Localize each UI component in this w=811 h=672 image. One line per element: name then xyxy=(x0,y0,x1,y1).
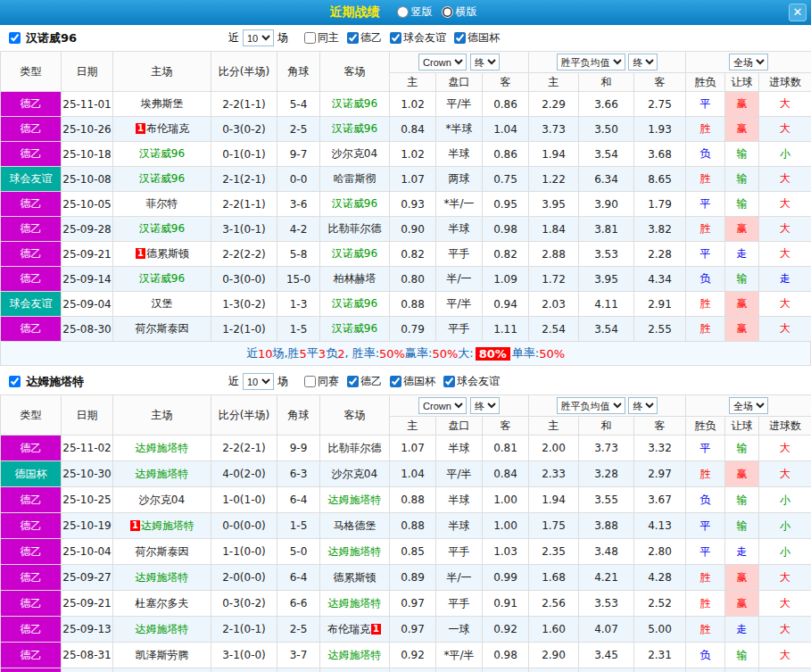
close-icon[interactable]: ✕ xyxy=(789,4,807,21)
filter-checkbox-label[interactable]: 球会友谊 xyxy=(443,374,500,389)
layout-radio-vertical[interactable]: 竖版 xyxy=(397,4,433,20)
home-team-cell: 杜塞尔多夫 xyxy=(113,591,211,617)
home-team-cell: 荷尔斯泰因 xyxy=(113,317,211,342)
filter-checkbox[interactable] xyxy=(443,376,455,387)
filter-checkbox[interactable] xyxy=(390,376,401,387)
filter-checkbox[interactable] xyxy=(347,32,359,44)
ah-line: 平手 xyxy=(436,591,483,617)
filter-checkbox-label[interactable]: 德国杯 xyxy=(454,30,500,46)
score-cell: 3-1(0-0) xyxy=(211,643,277,668)
filter-checkbox[interactable] xyxy=(390,32,401,44)
corner-cell: 6-4 xyxy=(277,487,320,513)
home-team-cell: 达姆施塔特 xyxy=(113,565,211,591)
corner-cell: 5-0 xyxy=(277,539,320,565)
team-name: 达姆施塔特 xyxy=(26,374,84,390)
scope-select[interactable]: 全场 xyxy=(729,397,768,414)
match-row: 德乙25-09-14汉诺威960-3(0-0)15-0柏林赫塔0.80半/一1.… xyxy=(1,267,811,292)
away-team-cell: 达姆施塔特 xyxy=(320,487,390,513)
ah-home-odds: 0.85 xyxy=(390,539,436,565)
avg-odds-select[interactable]: 胜平负均值 xyxy=(557,397,625,414)
away-team-cell: 马格德堡 xyxy=(320,513,390,539)
result-wdl: 胜 xyxy=(686,317,725,342)
match-row: 德乙25-10-191达姆施塔特0-0(0-0)1-5马格德堡0.88半球1.0… xyxy=(1,513,811,539)
layout-radio-horizontal[interactable]: 横版 xyxy=(442,4,477,20)
result-goals: 大 xyxy=(759,92,811,117)
corner-cell: 9-9 xyxy=(277,436,320,461)
bookmaker-select[interactable]: Crown xyxy=(418,54,467,71)
league-type-badge: 德乙 xyxy=(1,513,62,539)
eu-stage-select[interactable]: 终 xyxy=(628,54,658,71)
result-goals: 大 xyxy=(759,436,811,461)
team-checkbox-label[interactable]: 达姆施塔特 xyxy=(5,373,228,390)
avg-odds-select[interactable]: 胜平负均值 xyxy=(557,54,625,71)
filter-checkbox[interactable] xyxy=(304,376,316,387)
ah-away-odds: 1.09 xyxy=(483,267,529,292)
eu-home-odds: 2.90 xyxy=(529,643,579,668)
eu-away-odds: 8.65 xyxy=(634,167,686,192)
filter-checkbox[interactable] xyxy=(347,376,359,387)
team-checkbox[interactable] xyxy=(9,376,21,387)
home-team-cell: 达姆施塔特 xyxy=(113,617,211,643)
filter-label: 德国杯 xyxy=(468,30,500,46)
result-goals: 大 xyxy=(759,167,811,192)
scope-select[interactable]: 全场 xyxy=(729,54,768,71)
team-name: 布伦瑞克 xyxy=(327,623,370,635)
recent-count-controls: 近 10 场 xyxy=(228,373,288,390)
result-handicap: 输 xyxy=(725,192,759,217)
layout-radio-input[interactable] xyxy=(397,6,409,18)
filter-checkbox-label[interactable]: 德国杯 xyxy=(390,374,435,389)
bookmaker-select[interactable]: Crown xyxy=(418,397,467,414)
result-goals: 大 xyxy=(759,217,811,242)
ah-line: 半/一 xyxy=(436,267,483,292)
eu-home-odds: 1.72 xyxy=(529,267,579,292)
team-checkbox[interactable] xyxy=(9,32,21,44)
league-type-badge: 德乙 xyxy=(1,267,62,292)
match-date: 25-10-26 xyxy=(62,117,113,142)
title-bar: 近期战绩 竖版横版 ✕ xyxy=(0,0,811,25)
eu-draw-odds: 3.95 xyxy=(579,267,634,292)
league-filters: 同主德乙球会友谊德国杯 xyxy=(304,30,508,46)
filter-checkbox-label[interactable]: 德乙 xyxy=(347,374,382,389)
recent-count-select[interactable]: 10 xyxy=(243,29,274,46)
result-handicap: 输 xyxy=(725,513,759,539)
recent-count-select[interactable]: 10 xyxy=(243,373,274,390)
recent-results-dialog: 近期战绩 竖版横版 ✕ 汉诺威96 近 10 场 同主德乙球会友谊德国杯 类型 xyxy=(0,0,811,672)
corner-cell: 6-6 xyxy=(277,591,320,617)
red-card-badge: 1 xyxy=(136,248,145,259)
eu-stage-select[interactable]: 终 xyxy=(628,397,658,414)
filter-label: 球会友谊 xyxy=(457,374,500,389)
layout-radio-input[interactable] xyxy=(442,6,453,18)
col-date: 日期 xyxy=(62,52,113,92)
match-date: 25-09-14 xyxy=(62,267,113,292)
result-wdl: 负 xyxy=(686,142,725,167)
col-handicap-result: 让球 xyxy=(725,73,759,92)
filter-checkbox[interactable] xyxy=(304,32,316,44)
team-name: 达姆施塔特 xyxy=(328,545,382,558)
away-team-cell: 达姆施塔特 xyxy=(320,591,390,617)
ah-stage-select[interactable]: 终 xyxy=(470,54,500,71)
filter-bar: 达姆施塔特 近 10 场 同赛德乙德国杯球会友谊 xyxy=(0,369,811,394)
ah-home-odds: 0.97 xyxy=(390,591,436,617)
eu-home-odds: 1.60 xyxy=(529,617,579,643)
team-section-1: 汉诺威96 近 10 场 同主德乙球会友谊德国杯 类型 日期 主场 比分(半场)… xyxy=(0,25,811,366)
corner-cell: 2-5 xyxy=(277,117,320,142)
result-wdl: 平 xyxy=(686,242,725,267)
result-handicap: 赢 xyxy=(725,591,759,617)
team-name: 汉诺威96 xyxy=(332,97,377,110)
col-result: 胜负 xyxy=(686,73,725,92)
filter-checkbox[interactable] xyxy=(454,32,466,44)
result-goals: 小 xyxy=(759,487,811,513)
ah-stage-select[interactable]: 终 xyxy=(470,397,500,414)
eu-draw-odds: 3.58 xyxy=(579,668,634,672)
filter-checkbox-label[interactable]: 球会友谊 xyxy=(390,30,446,46)
filter-checkbox-label[interactable]: 德乙 xyxy=(347,30,382,46)
league-type-badge: 德国杯 xyxy=(1,461,62,487)
match-row: 德乙25-10-05菲尔特2-2(1-1)3-6汉诺威960.93*半/一0.9… xyxy=(1,192,811,217)
eu-away-odds: 2.28 xyxy=(634,242,686,267)
col-ah-home: 主 xyxy=(390,417,436,436)
filter-checkbox-label[interactable]: 同主 xyxy=(304,30,339,46)
team-checkbox-label[interactable]: 汉诺威96 xyxy=(5,29,228,46)
score-cell: 2-2(2-1) xyxy=(211,436,277,461)
filter-checkbox-label[interactable]: 同赛 xyxy=(304,374,339,389)
col-score: 比分(半场) xyxy=(211,395,277,436)
